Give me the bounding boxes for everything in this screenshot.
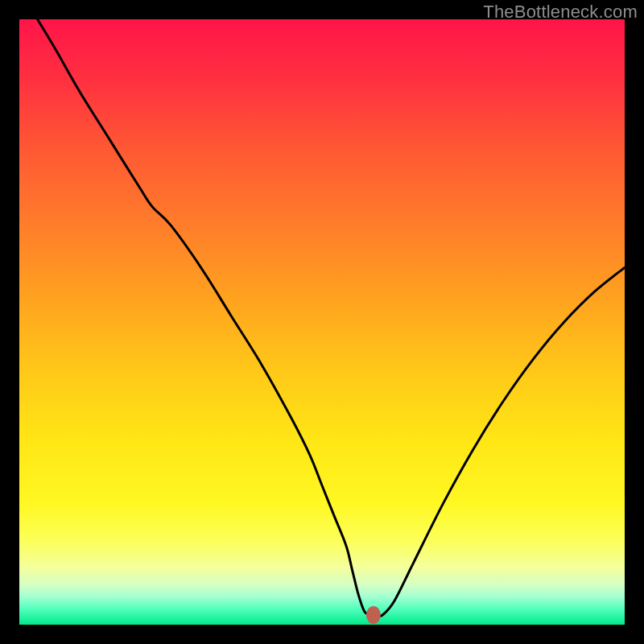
watermark-text: TheBottleneck.com (483, 2, 638, 23)
gradient-background (19, 19, 625, 625)
chart-frame: TheBottleneck.com (0, 0, 644, 644)
optimal-point-marker (366, 606, 381, 624)
plot-area (19, 19, 625, 625)
chart-svg (19, 19, 625, 625)
